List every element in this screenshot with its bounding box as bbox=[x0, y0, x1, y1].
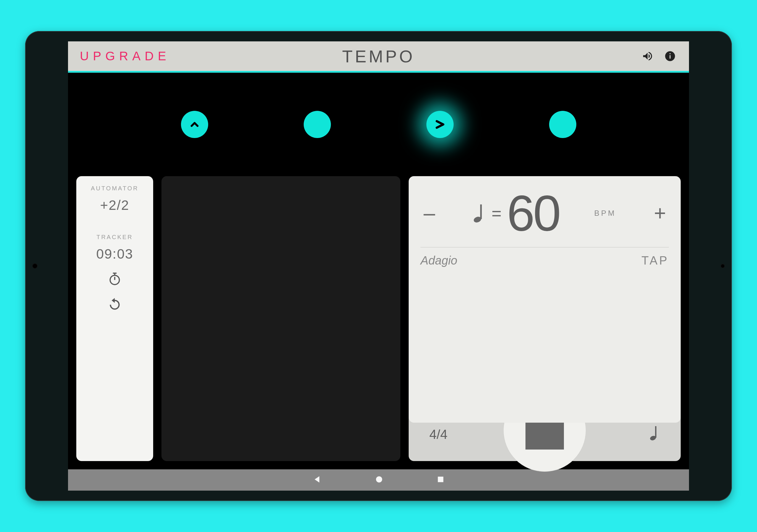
tablet-frame: UPGRADE TEMPO bbox=[25, 31, 732, 501]
header-icon-group bbox=[641, 49, 677, 63]
automator-label: AUTOMATOR bbox=[91, 185, 139, 192]
tracker-value: 09:03 bbox=[96, 246, 133, 262]
svg-point-3 bbox=[110, 276, 119, 284]
svg-rect-9 bbox=[438, 477, 443, 482]
bpm-row: – = 60 BPM + bbox=[420, 188, 669, 238]
beats-row bbox=[68, 73, 689, 176]
svg-rect-1 bbox=[670, 55, 670, 59]
automator-value[interactable]: +2/2 bbox=[100, 197, 130, 213]
reset-icon[interactable] bbox=[107, 297, 122, 313]
beat-2[interactable] bbox=[304, 111, 331, 138]
equals-sign: = bbox=[492, 203, 501, 223]
beat-3-active[interactable] bbox=[426, 111, 454, 138]
svg-point-8 bbox=[376, 476, 382, 483]
divider bbox=[420, 247, 669, 248]
app-header: UPGRADE TEMPO bbox=[68, 42, 689, 71]
tap-button[interactable]: TAP bbox=[641, 254, 669, 267]
app-screen: UPGRADE TEMPO bbox=[68, 42, 689, 490]
bpm-display[interactable]: = 60 bbox=[473, 188, 559, 238]
tempo-name: Adagio bbox=[420, 254, 457, 267]
svg-rect-5 bbox=[480, 204, 482, 219]
quarter-note-icon bbox=[473, 203, 486, 223]
controls-panel: – = 60 BPM + Adagio TAP bbox=[409, 176, 681, 461]
accent-arrow-icon bbox=[434, 118, 446, 131]
beat-1[interactable] bbox=[181, 111, 208, 138]
time-signature[interactable]: 4/4 bbox=[429, 427, 447, 442]
android-nav-bar bbox=[68, 469, 689, 490]
chevron-up-icon bbox=[189, 119, 200, 130]
svg-rect-7 bbox=[655, 426, 656, 438]
upgrade-button[interactable]: UPGRADE bbox=[80, 49, 170, 63]
visualizer-panel bbox=[162, 176, 400, 461]
bpm-unit-label: BPM bbox=[594, 209, 616, 218]
volume-icon[interactable] bbox=[641, 49, 655, 63]
quarter-note-icon bbox=[650, 425, 660, 441]
nav-home-icon[interactable] bbox=[375, 475, 383, 485]
app-title: TEMPO bbox=[342, 46, 415, 66]
nav-recent-icon[interactable] bbox=[437, 475, 445, 485]
stopwatch-icon[interactable] bbox=[107, 271, 122, 287]
tracker-label: TRACKER bbox=[96, 234, 133, 241]
bpm-value: 60 bbox=[507, 188, 559, 238]
tempo-name-row: Adagio TAP bbox=[420, 254, 669, 267]
bpm-minus-button[interactable]: – bbox=[420, 201, 438, 225]
sidebar: AUTOMATOR +2/2 TRACKER 09:03 bbox=[76, 176, 153, 461]
bpm-plus-button[interactable]: + bbox=[651, 201, 669, 225]
subdivision-button[interactable] bbox=[650, 425, 660, 444]
nav-back-icon[interactable] bbox=[312, 475, 322, 485]
main-area: AUTOMATOR +2/2 TRACKER 09:03 bbox=[68, 176, 689, 461]
bpm-card: – = 60 BPM + Adagio TAP bbox=[409, 176, 681, 423]
info-icon[interactable] bbox=[663, 49, 677, 63]
beat-4[interactable] bbox=[549, 111, 576, 138]
svg-rect-2 bbox=[670, 53, 670, 54]
